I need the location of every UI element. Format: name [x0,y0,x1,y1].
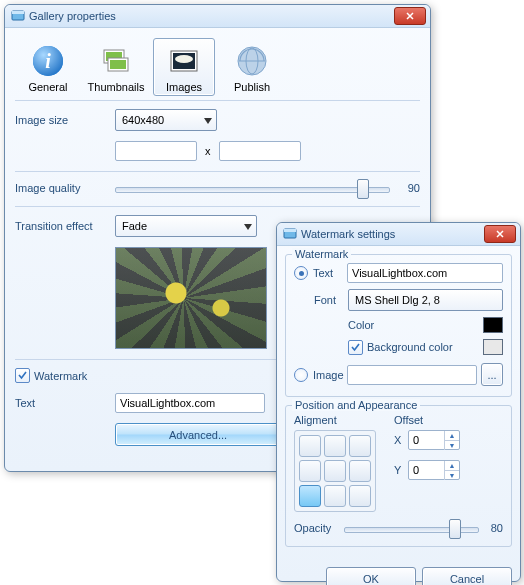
alignment-label: Aligment [294,414,394,426]
window-title: Watermark settings [301,228,395,240]
publish-icon [234,43,270,79]
tab-general[interactable]: i General [17,38,79,96]
watermark-checkbox[interactable] [15,368,30,383]
y-label: Y [394,464,408,476]
tab-label: Publish [234,81,270,93]
input-value: 0 [409,434,444,446]
tab-label: Images [166,81,202,93]
group-title: Position and Appearance [292,399,420,411]
align-tr[interactable] [349,435,371,457]
x-label: x [205,145,211,157]
watermark-settings-window: Watermark settings Watermark Text Visual… [276,222,521,582]
align-bc[interactable] [324,485,346,507]
app-icon [11,9,25,23]
height-input[interactable] [219,141,301,161]
align-bl[interactable] [299,485,321,507]
image-size-combo[interactable]: 640x480 [115,109,217,131]
quality-slider[interactable] [115,180,390,196]
position-group: Position and Appearance Aligment Offset [285,405,512,547]
bgcolor-checkbox[interactable] [348,340,363,355]
offset-x-input[interactable]: 0 ▲▼ [408,430,460,450]
transition-combo[interactable]: Fade [115,215,257,237]
close-button[interactable] [394,7,426,25]
thumbnails-icon [98,43,134,79]
spin-down-icon[interactable]: ▼ [445,471,459,480]
advanced-button[interactable]: Advanced... [115,423,281,446]
align-tc[interactable] [324,435,346,457]
svg-rect-8 [110,60,126,69]
app-icon [283,227,297,241]
close-button[interactable] [484,225,516,243]
alignment-grid [294,430,376,512]
bgcolor-label: Background color [367,341,483,353]
quality-label: Image quality [15,182,115,194]
titlebar[interactable]: Gallery properties [5,5,430,28]
spin-up-icon[interactable]: ▲ [445,461,459,471]
align-mc[interactable] [324,460,346,482]
svg-text:i: i [45,50,51,72]
svg-rect-1 [12,11,24,14]
group-title: Watermark [292,248,351,260]
font-label: Font [314,294,348,306]
combo-value: Fade [122,220,147,232]
image-radio[interactable] [294,368,308,382]
transition-label: Transition effect [15,220,115,232]
tab-label: Thumbnails [88,81,145,93]
watermark-text-input[interactable]: VisualLightbox.com [347,263,503,283]
browse-button[interactable]: ... [481,363,503,386]
image-size-label: Image size [15,114,115,126]
chevron-down-icon [204,114,212,126]
color-label: Color [348,319,483,331]
input-value: VisualLightbox.com [352,267,447,279]
align-ml[interactable] [299,460,321,482]
watermark-label: Watermark [34,370,87,382]
tab-label: General [28,81,67,93]
bgcolor-swatch[interactable] [483,339,503,355]
tab-strip: i General Thumbnails Images Pu [15,34,420,96]
text-radio-label: Text [313,267,347,279]
align-tl[interactable] [299,435,321,457]
opacity-value: 80 [479,522,503,534]
transition-preview [115,247,267,349]
text-label: Text [15,397,115,409]
spin-up-icon[interactable]: ▲ [445,431,459,441]
quality-value: 90 [390,182,420,194]
watermark-text-input[interactable]: VisualLightbox.com [115,393,265,413]
input-value: 0 [409,464,444,476]
combo-value: MS Shell Dlg 2, 8 [355,294,440,306]
window-title: Gallery properties [29,10,116,22]
font-combo[interactable]: MS Shell Dlg 2, 8 [348,289,503,311]
x-label: X [394,434,408,446]
tab-thumbnails[interactable]: Thumbnails [85,38,147,96]
svg-point-11 [175,55,193,63]
ok-button[interactable]: OK [326,567,416,585]
titlebar[interactable]: Watermark settings [277,223,520,246]
offset-label: Offset [394,414,423,426]
offset-y-input[interactable]: 0 ▲▼ [408,460,460,480]
align-mr[interactable] [349,460,371,482]
opacity-slider[interactable] [344,520,479,536]
info-icon: i [30,43,66,79]
color-swatch[interactable] [483,317,503,333]
cancel-button[interactable]: Cancel [422,567,512,585]
width-input[interactable] [115,141,197,161]
input-value: VisualLightbox.com [120,397,215,409]
image-path-input[interactable] [347,365,477,385]
chevron-down-icon [244,220,252,232]
tab-images[interactable]: Images [153,38,215,96]
opacity-label: Opacity [294,522,344,534]
combo-value: 640x480 [122,114,164,126]
images-icon [166,43,202,79]
tab-publish[interactable]: Publish [221,38,283,96]
spin-down-icon[interactable]: ▼ [445,441,459,450]
svg-rect-16 [284,229,296,232]
image-radio-label: Image [313,369,347,381]
align-br[interactable] [349,485,371,507]
watermark-group: Watermark Text VisualLightbox.com Font M… [285,254,512,397]
text-radio[interactable] [294,266,308,280]
